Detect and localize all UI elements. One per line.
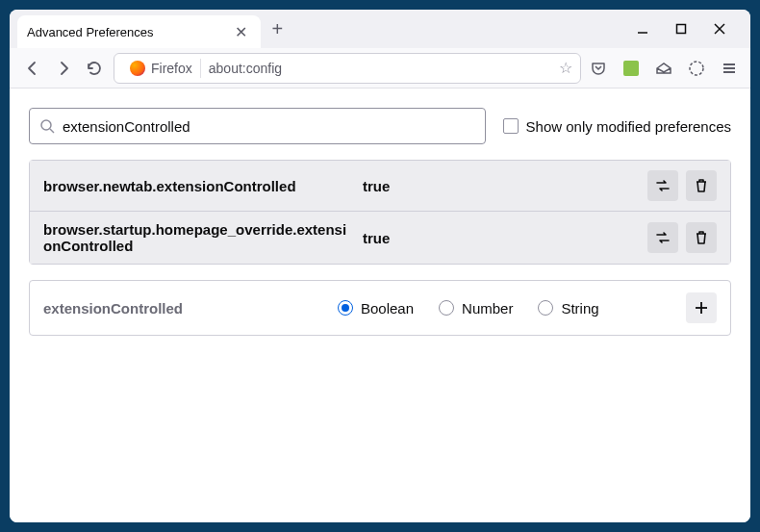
radio-boolean[interactable]: Boolean <box>338 300 414 317</box>
type-radio-group: Boolean Number String <box>338 300 661 317</box>
navigation-toolbar: Firefox about:config ☆ <box>10 48 750 89</box>
svg-line-9 <box>50 129 54 133</box>
window-controls <box>635 21 743 37</box>
preference-row: browser.startup.homepage_override.extens… <box>30 212 730 264</box>
svg-point-8 <box>41 120 51 130</box>
browser-window: Advanced Preferences ✕ + <box>10 10 750 522</box>
url-bar[interactable]: Firefox about:config ☆ <box>114 53 581 84</box>
url-text: about:config <box>209 61 551 76</box>
toggle-button[interactable] <box>647 170 678 201</box>
preference-actions <box>647 222 717 253</box>
radio-string[interactable]: String <box>538 300 598 317</box>
back-button[interactable] <box>21 57 44 80</box>
tab-title: Advanced Preferences <box>27 25 154 39</box>
pocket-icon[interactable] <box>589 59 608 78</box>
new-preference-name: extensionControlled <box>43 300 313 317</box>
preference-name: browser.newtab.extensionControlled <box>43 178 351 194</box>
preference-name: browser.startup.homepage_override.extens… <box>43 221 351 254</box>
new-preference-row: extensionControlled Boolean Number Strin… <box>29 280 731 336</box>
preference-row: browser.newtab.extensionControlled true <box>30 161 730 212</box>
menu-button[interactable] <box>720 59 739 78</box>
search-row: Show only modified preferences <box>29 108 731 144</box>
preference-value: true <box>363 178 636 194</box>
minimize-button[interactable] <box>635 21 650 37</box>
close-tab-icon[interactable]: ✕ <box>231 21 251 43</box>
radio-icon <box>338 300 353 316</box>
radio-icon <box>538 300 553 316</box>
titlebar: Advanced Preferences ✕ + <box>10 10 750 48</box>
new-tab-button[interactable]: + <box>265 11 291 48</box>
radio-label: Number <box>462 300 513 317</box>
identity-label: Firefox <box>151 61 192 76</box>
preference-actions <box>647 170 717 201</box>
tab-active[interactable]: Advanced Preferences ✕ <box>17 15 261 48</box>
account-icon[interactable] <box>687 59 706 78</box>
delete-button[interactable] <box>686 222 717 253</box>
radio-number[interactable]: Number <box>439 300 513 317</box>
checkbox-label: Show only modified preferences <box>526 118 731 135</box>
inbox-icon[interactable] <box>654 59 673 78</box>
show-modified-checkbox[interactable]: Show only modified preferences <box>503 118 731 135</box>
add-button[interactable] <box>686 292 717 323</box>
radio-icon <box>439 300 454 316</box>
site-identity[interactable]: Firefox <box>122 59 201 78</box>
search-input[interactable] <box>63 118 475 135</box>
about-config-content: Show only modified preferences browser.n… <box>10 89 750 522</box>
checkbox-icon <box>503 118 519 134</box>
forward-button[interactable] <box>52 57 75 80</box>
extension-badge-icon[interactable] <box>621 59 641 78</box>
search-icon <box>39 118 55 134</box>
toolbar-icons <box>589 59 739 78</box>
firefox-logo-icon <box>130 61 145 76</box>
reload-button[interactable] <box>83 57 106 80</box>
search-box[interactable] <box>29 108 486 144</box>
radio-label: String <box>561 300 598 317</box>
svg-rect-1 <box>677 25 686 34</box>
preference-value: true <box>363 230 636 246</box>
maximize-button[interactable] <box>673 21 689 37</box>
svg-point-4 <box>690 62 703 75</box>
radio-label: Boolean <box>361 300 414 317</box>
toggle-button[interactable] <box>647 222 678 253</box>
bookmark-star-icon[interactable]: ☆ <box>559 59 572 77</box>
close-window-button[interactable] <box>712 21 727 37</box>
preference-table: browser.newtab.extensionControlled true … <box>29 160 731 265</box>
delete-button[interactable] <box>686 170 717 201</box>
